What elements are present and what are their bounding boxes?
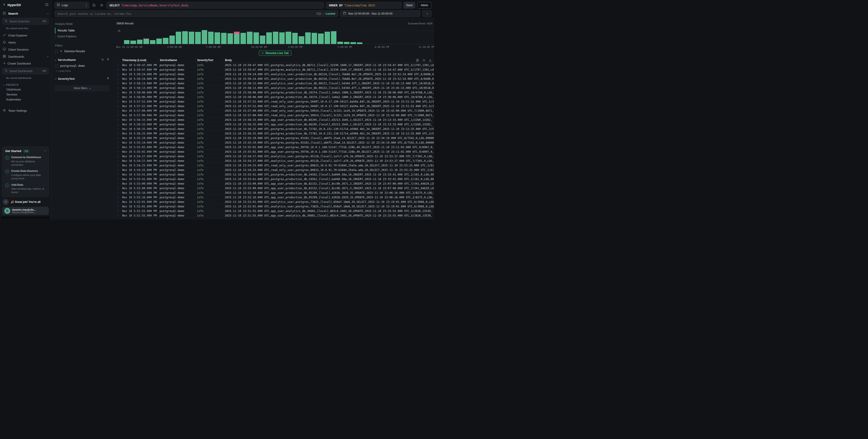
download-icon[interactable]: [428, 58, 432, 62]
table-row[interactable]: Nov 10 5:52:16.000 PM postgresql-demo in…: [116, 195, 434, 200]
column-body[interactable]: Body: [223, 58, 434, 62]
column-severitytext[interactable]: SeverityText: [195, 58, 223, 62]
table-row[interactable]: Nov 10 5:58:13.000 PM postgresql-demo in…: [116, 81, 434, 86]
table-row[interactable]: Nov 10 5:55:19.000 PM postgresql-demo in…: [116, 140, 434, 145]
mode-event-patterns[interactable]: Event Patterns: [55, 33, 110, 39]
row-expand-chevron[interactable]: [116, 206, 120, 207]
column-servicename[interactable]: ServiceName: [158, 58, 195, 62]
hyperdx-logo[interactable]: HyperDX: [3, 3, 21, 7]
row-expand-chevron[interactable]: [116, 120, 120, 120]
table-row[interactable]: Nov 10 5:54:25.000 PM postgresql-demo in…: [116, 168, 434, 172]
create-dashboard-button[interactable]: Create Dashboard: [0, 60, 51, 67]
pin-icon[interactable]: [106, 77, 110, 81]
checkbox[interactable]: [55, 50, 58, 53]
row-expand-chevron[interactable]: [116, 110, 120, 111]
row-expand-chevron[interactable]: [116, 160, 120, 161]
table-row[interactable]: Nov 10 5:55:02.000 PM postgresql-demo in…: [116, 150, 434, 154]
events-histogram[interactable]: 2K Nov 10 12:00:00 AM4:00:00 AM7:00:00 A…: [116, 27, 434, 49]
row-expand-chevron[interactable]: [116, 97, 120, 98]
load-more-button[interactable]: Load more: [56, 69, 110, 72]
table-row[interactable]: Nov 10 5:59:24.000 PM postgresql-demo in…: [116, 76, 434, 81]
row-expand-chevron[interactable]: [116, 142, 120, 143]
row-expand-chevron[interactable]: [116, 92, 120, 93]
checkbox[interactable]: [55, 64, 58, 67]
sidebar-item-chart-explorer[interactable]: Chart Explorer: [0, 32, 51, 39]
preset-services[interactable]: Services: [0, 92, 51, 97]
order-by-input[interactable]: ORDER BYTimestampTime DESC: [326, 2, 402, 9]
row-expand-chevron[interactable]: [116, 65, 120, 66]
time-range-picker[interactable]: Nov 10 00:00:00 - Nov 11 00:00:00: [340, 10, 420, 17]
table-row[interactable]: Nov 10 5:58:06.000 PM postgresql-demo in…: [116, 95, 434, 99]
saved-searches-input[interactable]: Saved Searches ⌘K: [2, 18, 49, 25]
table-row[interactable]: Nov 10 5:57:00.000 PM postgresql-demo in…: [116, 113, 434, 118]
row-density-icon[interactable]: [422, 58, 426, 62]
table-row[interactable]: Nov 10 5:57:00.000 PM postgresql-demo in…: [116, 108, 434, 113]
table-row[interactable]: Nov 10 5:54:25.000 PM postgresql-demo in…: [116, 163, 434, 168]
row-expand-chevron[interactable]: [116, 129, 120, 129]
row-expand-chevron[interactable]: [116, 79, 120, 79]
table-row[interactable]: Nov 10 5:55:19.000 PM postgresql-demo in…: [116, 136, 434, 140]
row-expand-chevron[interactable]: [116, 101, 120, 102]
event-search-input[interactable]: Search your events w/ Lucene ex. column:…: [55, 10, 338, 17]
select-clause-input[interactable]: SELECTTimestamp,ServiceName,SeverityText…: [106, 2, 324, 9]
row-expand-chevron[interactable]: [116, 183, 120, 184]
resume-live-tail-button[interactable]: Resume Live Tail: [259, 51, 291, 56]
get-started-header[interactable]: Get Started 3/3: [5, 149, 46, 153]
get-started-step[interactable]: ✓ Connect to ClickHouse Set up your data…: [5, 156, 46, 166]
duplicate-source-button[interactable]: [91, 2, 97, 8]
row-expand-chevron[interactable]: [116, 88, 120, 88]
preset-kubernetes[interactable]: Kubernetes: [0, 97, 51, 102]
sidebar-item-alerts[interactable]: Alerts: [0, 39, 51, 46]
table-settings-icon[interactable]: [415, 58, 420, 62]
filter-option-postgresql-demo[interactable]: postgresql-demo: [55, 64, 110, 67]
sidebar-item-team-settings[interactable]: Team Settings: [0, 107, 51, 114]
get-started-step[interactable]: ✓ Create Data Sources Configure where yo…: [5, 169, 46, 180]
row-expand-chevron[interactable]: [116, 192, 120, 193]
filter-group-servicename[interactable]: ServiceName: [55, 58, 110, 62]
get-started-step[interactable]: ✓ Add Data Start sending logs, metrics, …: [5, 183, 46, 194]
row-expand-chevron[interactable]: [116, 147, 120, 148]
row-expand-chevron[interactable]: [116, 151, 120, 152]
column-timestamp[interactable]: Timestamp (Local): [120, 59, 158, 62]
row-expand-chevron[interactable]: [116, 138, 120, 138]
save-button[interactable]: Save: [403, 2, 415, 9]
row-expand-chevron[interactable]: [116, 69, 120, 70]
mode-sql[interactable]: SQL: [316, 12, 322, 15]
table-row[interactable]: Nov 10 5:55:02.000 PM postgresql-demo in…: [116, 145, 434, 150]
alerts-button[interactable]: Alerts: [417, 2, 432, 9]
row-expand-chevron[interactable]: [116, 197, 120, 198]
table-row[interactable]: Nov 10 5:51:55.000 PM postgresql-demo in…: [116, 209, 434, 213]
row-expand-chevron[interactable]: [116, 156, 120, 157]
row-expand-chevron[interactable]: [116, 188, 120, 189]
table-row[interactable]: Nov 10 5:58:13.000 PM postgresql-demo in…: [116, 86, 434, 90]
table-row[interactable]: Nov 10 5:53:00.000 PM postgresql-demo in…: [116, 186, 434, 191]
row-expand-chevron[interactable]: [116, 169, 120, 170]
presets-section-toggle[interactable]: PRESETS: [0, 82, 51, 87]
table-row[interactable]: Nov 10 5:53:41.000 PM postgresql-demo in…: [116, 172, 434, 177]
filter-search-icon[interactable]: [101, 58, 104, 62]
row-expand-chevron[interactable]: [116, 215, 120, 216]
row-expand-chevron[interactable]: [116, 133, 120, 134]
row-expand-chevron[interactable]: [116, 174, 120, 175]
more-filters-button[interactable]: More filters: [55, 85, 110, 91]
table-row[interactable]: Nov 10 5:52:01.000 PM postgresql-demo in…: [116, 204, 434, 209]
user-menu[interactable]: D dominic.tran@clic... dominic.tran@clic…: [2, 207, 49, 215]
mode-results-table[interactable]: Results Table: [55, 28, 110, 33]
row-expand-chevron[interactable]: [116, 124, 120, 125]
table-row[interactable]: Nov 10 5:56:25.000 PM postgresql-demo in…: [116, 127, 434, 131]
row-expand-chevron[interactable]: [116, 165, 120, 166]
table-row[interactable]: Nov 10 5:57:52.000 PM postgresql-demo in…: [116, 99, 434, 104]
row-expand-chevron[interactable]: [116, 179, 120, 180]
row-expand-chevron[interactable]: [116, 201, 120, 202]
table-row[interactable]: Nov 10 5:54:27.000 PM postgresql-demo in…: [116, 154, 434, 159]
table-row[interactable]: Nov 10 5:59:24.000 PM postgresql-demo in…: [116, 72, 434, 76]
table-row[interactable]: Nov 10 5:52:01.000 PM postgresql-demo in…: [116, 200, 434, 204]
table-row[interactable]: Nov 10 5:59:47.000 PM postgresql-demo in…: [116, 63, 434, 67]
sidebar-item-dashboards[interactable]: Dashboards: [0, 53, 51, 60]
table-row[interactable]: Nov 10 5:57:52.000 PM postgresql-demo in…: [116, 104, 434, 108]
row-expand-chevron[interactable]: [116, 106, 120, 107]
saved-dashboards-input[interactable]: Saved Dashboards ⌘K: [2, 68, 49, 74]
table-row[interactable]: Nov 10 5:51:55.000 PM postgresql-demo in…: [116, 213, 434, 218]
table-row[interactable]: Nov 10 5:56:33.000 PM postgresql-demo in…: [116, 122, 434, 127]
table-row[interactable]: Nov 10 5:58:06.000 PM postgresql-demo in…: [116, 90, 434, 95]
